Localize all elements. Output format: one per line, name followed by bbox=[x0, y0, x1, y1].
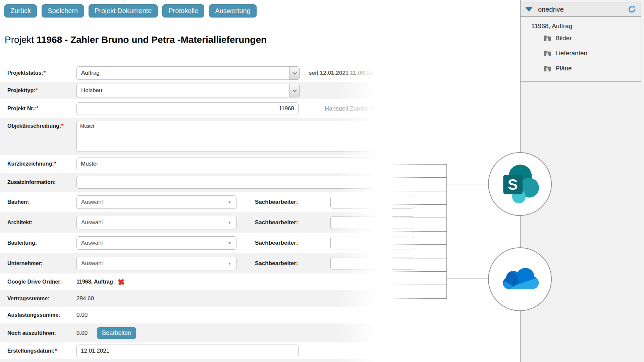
diagram-row-line bbox=[390, 191, 447, 191]
page-title: Projekt 11968 - Zahler Bruno und Petra -… bbox=[5, 35, 267, 45]
row-auslastungssumme: Auslastungssumme: 0.00 bbox=[0, 307, 386, 323]
row-projekt-nr: Projekt Nr.:* Hansueli Zumkehr bbox=[0, 99, 386, 118]
diagram-row-line bbox=[390, 298, 447, 299]
chevron-down-icon[interactable] bbox=[289, 66, 300, 80]
folder-icon bbox=[543, 50, 551, 56]
bauleitung-dropdown[interactable]: Auswahl ▼ bbox=[76, 236, 236, 250]
collapse-triangle-icon[interactable] bbox=[525, 7, 533, 12]
zusatzinformation-input[interactable] bbox=[76, 176, 375, 189]
diagram-row-line bbox=[390, 177, 447, 178]
bauherr-sachbearbeiter-input[interactable] bbox=[330, 196, 414, 208]
owner-name-text: Hansueli Zumkehr bbox=[325, 105, 374, 112]
required-marker: * bbox=[54, 161, 56, 167]
tree-item-label: Pläne bbox=[555, 65, 572, 72]
erstellungsdatum-input[interactable] bbox=[76, 345, 299, 357]
zusatzinformation-label: Zusatzinformation: bbox=[7, 179, 76, 185]
back-button[interactable]: Zurück bbox=[4, 4, 37, 17]
vertragssumme-label: Vertragssumme: bbox=[7, 295, 76, 302]
onedrive-folder-tree: 11968, Auftrag Bilder Lieferanten bbox=[521, 17, 641, 76]
diagram-row-line bbox=[390, 258, 447, 258]
row-google-drive-ordner: Google Drive Ordner: 11968, Auftrag ✖ bbox=[0, 274, 386, 290]
auslastungssumme-value: 0.00 bbox=[76, 312, 88, 318]
protocols-button[interactable]: Protokolle bbox=[162, 4, 204, 17]
project-documents-button[interactable]: Projekt Dokumente bbox=[89, 4, 158, 17]
row-kurzbezeichnung: Kurzbezeichnung:* bbox=[0, 155, 386, 173]
folder-icon bbox=[543, 35, 551, 41]
row-unternehmer: Unternehmer: Auswahl ▼ Sachbearbeiter: bbox=[0, 253, 386, 274]
svg-text:S: S bbox=[508, 176, 518, 193]
project-detail-screen: Zurück Speichern Projekt Dokumente Proto… bbox=[0, 0, 644, 362]
tree-root-item[interactable]: 11968, Auftrag bbox=[531, 22, 641, 30]
row-projektstatus: Projektstatus:* Auftrag seit 12.01.2021 … bbox=[0, 64, 386, 82]
projektstatus-select-value: Auftrag bbox=[76, 66, 289, 80]
dropdown-arrow-icon: ▼ bbox=[228, 241, 231, 245]
kurzbezeichnung-input[interactable] bbox=[76, 158, 375, 170]
onedrive-cloud-icon bbox=[497, 263, 543, 295]
bauleitung-sachbearbeiter-input[interactable] bbox=[330, 237, 414, 249]
noch-auszufuehren-value: 0.00 bbox=[76, 330, 88, 337]
noch-auszufuehren-label: Noch auszuführen: bbox=[7, 330, 76, 336]
row-projekttyp: Projekttyp:* Holzbau bbox=[0, 82, 386, 99]
unternehmer-dropdown[interactable]: Auswahl ▼ bbox=[76, 257, 236, 270]
status-since-text: seit 12.01.2021 11:06:15 bbox=[309, 70, 373, 76]
architekt-dropdown[interactable]: Auswahl ▼ bbox=[76, 216, 236, 229]
architekt-dropdown-value: Auswahl bbox=[81, 219, 103, 226]
vertragssumme-value: 294.60 bbox=[76, 295, 94, 302]
bauleitung-dropdown-value: Auswahl bbox=[81, 240, 103, 246]
row-bauleitung: Bauleitung: Auswahl ▼ Sachbearbeiter: bbox=[0, 233, 386, 253]
required-marker: * bbox=[61, 123, 63, 129]
google-drive-folder-value: 11968, Auftrag bbox=[76, 279, 113, 285]
title-project-name: 11968 - Zahler Bruno und Petra -Material… bbox=[37, 35, 267, 45]
row-architekt: Architekt: Auswahl ▼ Sachbearbeiter: bbox=[0, 212, 386, 233]
required-marker: * bbox=[36, 106, 38, 111]
tree-item-bilder[interactable]: Bilder bbox=[543, 31, 641, 46]
projekt-nr-input[interactable] bbox=[76, 102, 299, 115]
onedrive-connector-line bbox=[447, 279, 488, 279]
bauherr-label: Bauherr: bbox=[7, 199, 76, 205]
dropdown-arrow-icon: ▼ bbox=[228, 221, 231, 225]
onedrive-logo-circle bbox=[488, 247, 552, 311]
unternehmer-dropdown-value: Auswahl bbox=[81, 260, 103, 267]
remove-drive-folder-icon[interactable]: ✖ bbox=[117, 277, 125, 286]
diagram-row-line bbox=[390, 231, 447, 232]
tree-item-plaene[interactable]: Pläne bbox=[543, 61, 641, 76]
architekt-label: Architekt: bbox=[7, 219, 76, 226]
projektstatus-label: Projektstatus:* bbox=[7, 70, 76, 76]
bauherr-dropdown[interactable]: Auswahl ▼ bbox=[76, 195, 236, 209]
tree-item-lieferanten[interactable]: Lieferanten bbox=[543, 46, 641, 61]
bauleitung-label: Bauleitung: bbox=[7, 240, 76, 246]
diagram-row-line bbox=[390, 285, 447, 285]
sachbearbeiter-label: Sachbearbeiter: bbox=[255, 199, 298, 205]
row-bauherr: Bauherr: Auswahl ▼ Sachbearbeiter: bbox=[0, 192, 386, 212]
projektstatus-select[interactable]: Auftrag bbox=[76, 66, 300, 80]
edit-button[interactable]: Bearbeiten bbox=[97, 327, 136, 339]
onedrive-panel: onedrive 11968, Auftrag Bilder bbox=[520, 2, 641, 82]
required-marker: * bbox=[36, 87, 38, 93]
refresh-icon[interactable] bbox=[628, 5, 636, 13]
diagram-row-line bbox=[390, 164, 447, 165]
kurzbezeichnung-label: Kurzbezeichnung:* bbox=[7, 161, 76, 167]
required-marker: * bbox=[55, 348, 57, 354]
objektbeschreibung-textarea[interactable]: Muster bbox=[76, 121, 375, 152]
save-button[interactable]: Speichern bbox=[42, 4, 84, 17]
dropdown-arrow-icon: ▼ bbox=[228, 261, 231, 265]
row-noch-auszufuehren: Noch auszuführen: 0.00 Bearbeiten bbox=[0, 323, 386, 343]
title-prefix: Projekt bbox=[5, 35, 34, 45]
project-form: Projektstatus:* Auftrag seit 12.01.2021 … bbox=[0, 64, 386, 362]
diagram-row-line bbox=[390, 244, 447, 245]
chevron-down-icon[interactable] bbox=[289, 84, 300, 97]
sharepoint-logo-circle: S bbox=[488, 152, 552, 216]
auslastungssumme-label: Auslastungssumme: bbox=[7, 312, 76, 318]
sachbearbeiter-label: Sachbearbeiter: bbox=[255, 260, 298, 267]
projekttyp-select-value: Holzbau bbox=[76, 84, 289, 97]
bauherr-dropdown-value: Auswahl bbox=[81, 199, 103, 205]
tree-item-label: Lieferanten bbox=[555, 50, 587, 57]
evaluation-button[interactable]: Auswertung bbox=[209, 4, 257, 17]
required-marker: * bbox=[44, 70, 46, 76]
unternehmer-sachbearbeiter-input[interactable] bbox=[330, 257, 414, 270]
projekttyp-select[interactable]: Holzbau bbox=[76, 84, 300, 97]
folder-icon bbox=[543, 65, 551, 71]
row-erstellungsdatum: Erstellungsdatum:* bbox=[0, 343, 386, 359]
onedrive-panel-title: onedrive bbox=[538, 6, 623, 13]
diagram-row-line bbox=[390, 204, 447, 205]
